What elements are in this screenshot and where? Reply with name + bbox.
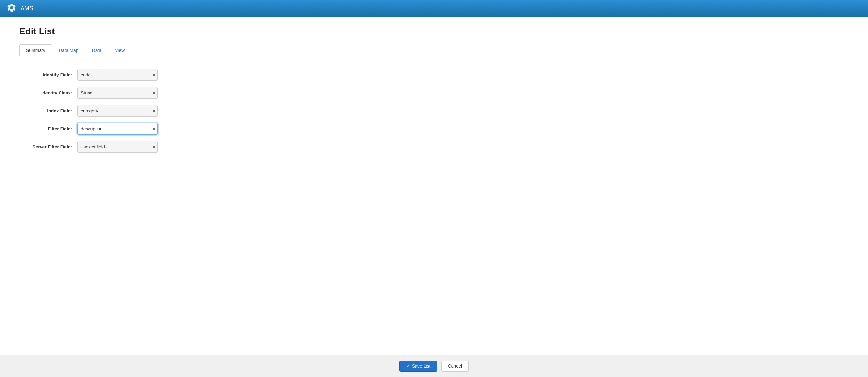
index-field-select[interactable]: category [77, 105, 158, 117]
identity-field-label: Identity Field: [19, 72, 77, 77]
tab-view[interactable]: View [108, 44, 131, 56]
identity-field-wrapper: code [77, 69, 158, 81]
filter-field-select[interactable]: description [77, 123, 158, 135]
tab-data-map[interactable]: Data Map [52, 44, 85, 56]
index-field-wrapper: category [77, 105, 158, 117]
filter-field-row: Filter Field: description [19, 123, 849, 135]
identity-class-row: Identity Class: String [19, 87, 849, 99]
identity-field-row: Identity Field: code [19, 69, 849, 81]
cancel-button[interactable]: Cancel [441, 361, 469, 372]
tab-data[interactable]: Data [85, 44, 108, 56]
app-brand: AMS [6, 3, 33, 14]
filter-field-wrapper: description [77, 123, 158, 135]
identity-field-select[interactable]: code [77, 69, 158, 81]
gear-icon [6, 3, 17, 14]
filter-field-label: Filter Field: [19, 126, 77, 132]
save-list-button[interactable]: ✓ Save List [399, 361, 437, 372]
identity-class-wrapper: String [77, 87, 158, 99]
server-filter-field-select[interactable]: - select field - [77, 141, 158, 153]
server-filter-field-wrapper: - select field - [77, 141, 158, 153]
identity-class-select[interactable]: String [77, 87, 158, 99]
app-name: AMS [21, 5, 33, 12]
index-field-label: Index Field: [19, 108, 77, 113]
server-filter-field-row: Server Filter Field: - select field - [19, 141, 849, 153]
tab-bar: Summary Data Map Data View [19, 44, 849, 56]
page-title: Edit List [19, 26, 849, 37]
footer-bar: ✓ Save List Cancel [0, 354, 868, 377]
checkmark-icon: ✓ [406, 364, 410, 369]
server-filter-field-label: Server Filter Field: [19, 144, 77, 149]
tab-summary[interactable]: Summary [19, 44, 52, 56]
main-content: Edit List Summary Data Map Data View Ide… [0, 17, 868, 377]
form-section: Identity Field: code Identity Class: Str… [19, 66, 849, 162]
index-field-row: Index Field: category [19, 105, 849, 117]
navbar: AMS [0, 0, 868, 17]
identity-class-label: Identity Class: [19, 90, 77, 96]
save-list-label: Save List [412, 364, 431, 369]
